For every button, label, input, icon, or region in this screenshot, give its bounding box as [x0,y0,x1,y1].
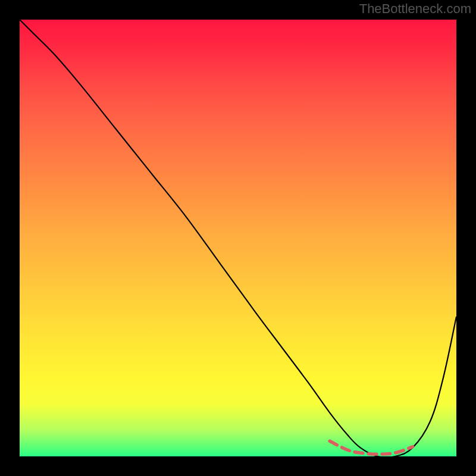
chart-plot-area [20,20,456,456]
chart-svg [20,20,456,456]
watermark-text: TheBottleneck.com [359,1,471,17]
optimal-range-line [330,441,412,454]
bottleneck-curve-line [20,20,456,456]
